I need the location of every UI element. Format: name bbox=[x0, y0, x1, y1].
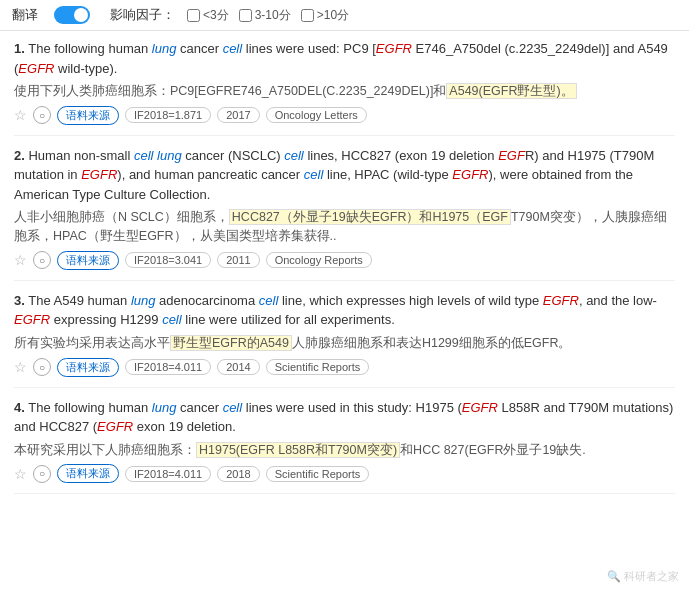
toggle-knob bbox=[74, 8, 88, 22]
result-item: 2. Human non-small cell lung cancer (NSC… bbox=[14, 146, 675, 281]
cn-after: 和HCC 827(EGFR外显子19缺失. bbox=[400, 443, 586, 457]
source-tag[interactable]: 语料来源 bbox=[57, 358, 119, 377]
cell-term: cell bbox=[259, 293, 279, 308]
watermark: 🔍 科研者之家 bbox=[607, 569, 679, 584]
cn-normal: 使用下列人类肺癌细胞系：PC9[EGFRE746_A750DEL(C.2235_… bbox=[14, 84, 446, 98]
en-text-part: The following human bbox=[28, 400, 152, 415]
star-icon[interactable]: ☆ bbox=[14, 252, 27, 268]
cn-before: 本研究采用以下人肺癌细胞系： bbox=[14, 443, 196, 457]
cell-term: cell bbox=[284, 148, 304, 163]
cn-before: 人非小细胞肺癌（N SCLC）细胞系， bbox=[14, 210, 229, 224]
en-text: 1. The following human lung cancer cell … bbox=[14, 39, 675, 78]
egfr-term: EGFR bbox=[97, 419, 133, 434]
en-text-part: expressing H1299 bbox=[50, 312, 162, 327]
en-text: 2. Human non-small cell lung cancer (NSC… bbox=[14, 146, 675, 205]
filter-checkbox-f1[interactable] bbox=[187, 9, 200, 22]
filter-group: <3分 3-10分 >10分 bbox=[187, 7, 349, 24]
cn-before: 所有实验均采用表达高水平 bbox=[14, 336, 170, 350]
circle-icon[interactable]: ○ bbox=[33, 106, 51, 124]
cn-text: 所有实验均采用表达高水平野生型EGFR的A549人肺腺癌细胞系和表达H1299细… bbox=[14, 334, 675, 353]
egfr-term: EGFR bbox=[543, 293, 579, 308]
en-text-part: line, which expresses high levels of wil… bbox=[278, 293, 542, 308]
result-item: 4. The following human lung cancer cell … bbox=[14, 398, 675, 495]
egfr-term: EGFR bbox=[462, 400, 498, 415]
egfr-term: EGFR bbox=[81, 167, 117, 182]
filter-label-f1: <3分 bbox=[203, 7, 229, 24]
cell-term: lung bbox=[152, 400, 177, 415]
en-text-part: lines were used in this study: H1975 ( bbox=[242, 400, 462, 415]
en-text-part: The A549 human bbox=[28, 293, 131, 308]
cell-term: lung bbox=[131, 293, 156, 308]
source-tag[interactable]: 语料来源 bbox=[57, 251, 119, 270]
en-text-part: exon 19 deletion. bbox=[133, 419, 236, 434]
cell-term: lung bbox=[152, 41, 177, 56]
cell-term: cell bbox=[162, 312, 182, 327]
en-text-part: lines, HCC827 (exon 19 deletion bbox=[304, 148, 498, 163]
cn-highlight: HCC827（外显子19缺失EGFR）和H1975（EGF bbox=[229, 209, 511, 225]
cell-term: cell lung bbox=[134, 148, 182, 163]
cell-term: cell bbox=[223, 400, 243, 415]
cn-highlight: 野生型EGFR的A549 bbox=[170, 335, 292, 351]
star-icon[interactable]: ☆ bbox=[14, 107, 27, 123]
journal-tag: Oncology Letters bbox=[266, 107, 367, 123]
en-text-part: The following human bbox=[28, 41, 152, 56]
cn-highlight: H1975(EGFR L858R和T790M突变) bbox=[196, 442, 400, 458]
journal-tag: Oncology Reports bbox=[266, 252, 372, 268]
cn-text: 使用下列人类肺癌细胞系：PC9[EGFRE746_A750DEL(C.2235_… bbox=[14, 82, 675, 101]
filter-checkbox-f2[interactable] bbox=[239, 9, 252, 22]
content: 1. The following human lung cancer cell … bbox=[0, 31, 689, 512]
egfr-term: EGFR bbox=[376, 41, 412, 56]
filter-label-f3: >10分 bbox=[317, 7, 349, 24]
en-text-part: cancer bbox=[176, 41, 222, 56]
circle-icon[interactable]: ○ bbox=[33, 465, 51, 483]
en-text-part: line were utilized for all experiments. bbox=[182, 312, 395, 327]
en-text-part: lines were used: PC9 [ bbox=[242, 41, 376, 56]
if-tag: IF2018=3.041 bbox=[125, 252, 211, 268]
meta-row: ☆ ○ 语料来源 IF2018=4.011 2018 Scientific Re… bbox=[14, 464, 675, 483]
egfr-term: EGFR bbox=[14, 312, 50, 327]
en-text-part: Human non-small bbox=[28, 148, 134, 163]
cell-term: cell bbox=[223, 41, 243, 56]
top-bar: 翻译 影响因子： <3分 3-10分 >10分 bbox=[0, 0, 689, 31]
year-tag: 2014 bbox=[217, 359, 259, 375]
toggle-label: 翻译 bbox=[12, 6, 38, 24]
result-item: 3. The A549 human lung adenocarcinoma ce… bbox=[14, 291, 675, 388]
cn-text: 人非小细胞肺癌（N SCLC）细胞系，HCC827（外显子19缺失EGFR）和H… bbox=[14, 208, 675, 246]
journal-tag: Scientific Reports bbox=[266, 359, 370, 375]
star-icon[interactable]: ☆ bbox=[14, 359, 27, 375]
year-tag: 2017 bbox=[217, 107, 259, 123]
result-number: 2. bbox=[14, 148, 25, 163]
cn-after: 人肺腺癌细胞系和表达H1299细胞系的低EGFR。 bbox=[292, 336, 572, 350]
filter-item-f3: >10分 bbox=[301, 7, 349, 24]
filter-checkbox-f3[interactable] bbox=[301, 9, 314, 22]
meta-row: ☆ ○ 语料来源 IF2018=1.871 2017 Oncology Lett… bbox=[14, 106, 675, 125]
circle-icon[interactable]: ○ bbox=[33, 251, 51, 269]
en-text-part: cancer (NSCLC) bbox=[182, 148, 285, 163]
source-tag[interactable]: 语料来源 bbox=[57, 106, 119, 125]
en-text-part: ), and human pancreatic cancer bbox=[117, 167, 303, 182]
en-text: 3. The A549 human lung adenocarcinoma ce… bbox=[14, 291, 675, 330]
if-tag: IF2018=4.011 bbox=[125, 466, 211, 482]
en-text-part: wild-type). bbox=[54, 61, 117, 76]
result-number: 1. bbox=[14, 41, 25, 56]
source-tag[interactable]: 语料来源 bbox=[57, 464, 119, 483]
circle-icon[interactable]: ○ bbox=[33, 358, 51, 376]
star-icon[interactable]: ☆ bbox=[14, 466, 27, 482]
year-tag: 2011 bbox=[217, 252, 259, 268]
if-tag: IF2018=4.011 bbox=[125, 359, 211, 375]
cn-highlight: A549(EGFR野生型)。 bbox=[446, 83, 576, 99]
egfr-term: EGFR bbox=[18, 61, 54, 76]
if-tag: IF2018=1.871 bbox=[125, 107, 211, 123]
toggle-switch[interactable] bbox=[54, 6, 90, 24]
filter-label-f2: 3-10分 bbox=[255, 7, 291, 24]
result-number: 3. bbox=[14, 293, 25, 308]
year-tag: 2018 bbox=[217, 466, 259, 482]
egfr-term: EGF bbox=[498, 148, 525, 163]
en-text: 4. The following human lung cancer cell … bbox=[14, 398, 675, 437]
en-text-part: , and the low- bbox=[579, 293, 657, 308]
en-text-part: adenocarcinoma bbox=[155, 293, 258, 308]
result-item: 1. The following human lung cancer cell … bbox=[14, 39, 675, 136]
meta-row: ☆ ○ 语料来源 IF2018=4.011 2014 Scientific Re… bbox=[14, 358, 675, 377]
cn-text: 本研究采用以下人肺癌细胞系：H1975(EGFR L858R和T790M突变)和… bbox=[14, 441, 675, 460]
egfr-term: EGFR bbox=[452, 167, 488, 182]
